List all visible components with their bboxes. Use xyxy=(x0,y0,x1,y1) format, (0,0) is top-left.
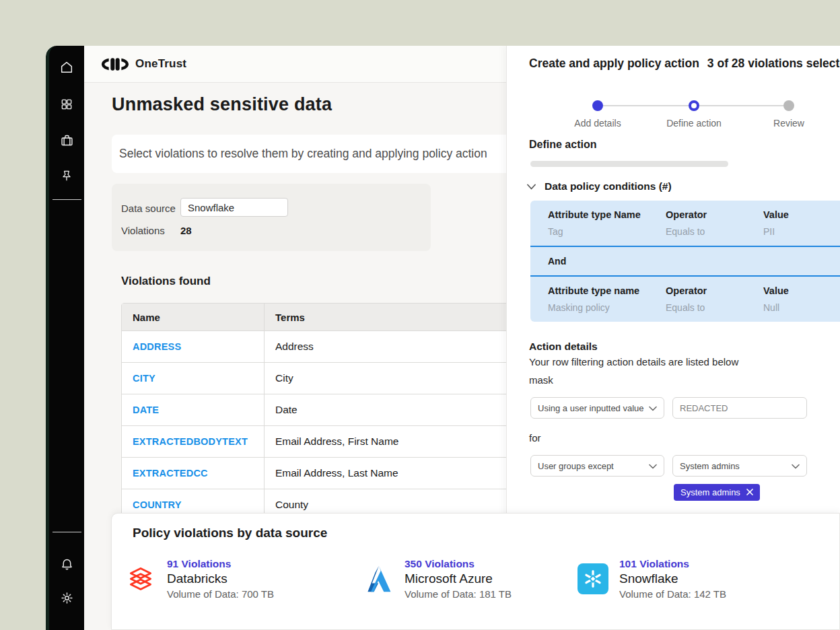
stepper-line xyxy=(699,105,783,106)
condition-value: Null xyxy=(763,302,840,313)
define-action-heading: Define action xyxy=(529,139,596,151)
apps-grid-icon[interactable] xyxy=(59,96,75,112)
for-method-select[interactable]: User groups except xyxy=(530,455,664,477)
data-source-input[interactable] xyxy=(180,198,288,217)
condition-connector: And xyxy=(530,247,840,275)
step-label: Add details xyxy=(551,118,645,129)
violation-name-link[interactable]: DATE xyxy=(133,405,159,415)
source-name: Databricks xyxy=(167,571,274,586)
onetrust-logo-icon xyxy=(102,58,129,71)
panel-title-text: Create and apply policy action xyxy=(529,57,699,70)
violations-count-link[interactable]: 101 Violations xyxy=(619,558,726,570)
condition-value: Equals to xyxy=(666,226,763,237)
for-value-text: System admins xyxy=(680,461,792,471)
condition-header: Attribute type name xyxy=(548,285,666,296)
for-method-value: User groups except xyxy=(538,461,649,471)
action-details-heading: Action details xyxy=(529,341,598,353)
chip-label: System admins xyxy=(680,487,740,497)
policy-violations-card: Policy violations by data source 91 Viol… xyxy=(111,513,840,630)
brand-name: OneTrust xyxy=(135,57,186,71)
data-source-label: Data source xyxy=(121,203,176,214)
stepper-line xyxy=(603,105,689,106)
data-source-entry: 350 Violations Microsoft Azure Volume of… xyxy=(363,558,512,600)
step-label: Review xyxy=(742,118,836,129)
source-volume: Volume of Data: 142 TB xyxy=(619,588,726,600)
chevron-down-icon xyxy=(649,403,657,413)
selection-count: 3 of 28 violations selected xyxy=(707,57,840,70)
chevron-down-icon xyxy=(792,461,800,471)
bell-icon[interactable] xyxy=(59,556,75,572)
condition-row: Attribute type Name Operator Value Tag E… xyxy=(530,201,840,246)
condition-value: Masking policy xyxy=(548,302,666,313)
violation-name-link[interactable]: COUNTRY xyxy=(133,499,182,510)
mask-method-value: Using a user inputted value xyxy=(538,403,649,413)
violation-name-link[interactable]: EXTRACTEDBODYTEXT xyxy=(133,436,248,447)
step-dot-review[interactable] xyxy=(783,100,794,111)
conditions-heading: Data policy conditions (#) xyxy=(545,180,672,193)
nav-sidebar xyxy=(46,46,84,630)
progress-placeholder-bar xyxy=(530,161,728,167)
chevron-down-icon[interactable] xyxy=(527,181,536,192)
violations-count: 28 xyxy=(180,225,192,236)
for-value-select[interactable]: System admins xyxy=(672,455,807,477)
step-label: Define action xyxy=(647,118,741,129)
condition-header: Operator xyxy=(666,285,763,296)
home-icon[interactable] xyxy=(59,59,75,75)
source-volume: Volume of Data: 181 TB xyxy=(405,588,512,600)
violation-name-link[interactable]: ADDRESS xyxy=(133,341,181,352)
condition-value: PII xyxy=(763,226,840,237)
sidebar-divider xyxy=(53,199,81,200)
conditions-collapse-toggle[interactable]: Data policy conditions (#) xyxy=(527,180,672,193)
violations-count-link[interactable]: 91 Violations xyxy=(167,558,274,570)
violation-name-link[interactable]: CITY xyxy=(133,373,155,384)
condition-header: Value xyxy=(763,209,840,220)
source-name: Snowflake xyxy=(619,571,726,586)
pin-icon[interactable] xyxy=(59,168,75,184)
app-window: OneTrust Unmasked sensitive data Select … xyxy=(46,46,840,630)
condition-header: Attribute type Name xyxy=(548,209,666,220)
step-dot-define-action[interactable] xyxy=(689,100,699,111)
data-source-entry: 91 Violations Databricks Volume of Data:… xyxy=(125,558,274,600)
violations-label: Violations xyxy=(121,225,165,236)
source-volume: Volume of Data: 700 TB xyxy=(167,588,274,600)
info-banner: Select violations to resolve them by cre… xyxy=(112,135,548,173)
source-name: Microsoft Azure xyxy=(405,571,512,586)
azure-icon xyxy=(363,563,394,594)
mask-method-select[interactable]: Using a user inputted value xyxy=(530,397,664,419)
action-details-subtext: Your row filtering action details are li… xyxy=(529,356,738,368)
violations-count-link[interactable]: 350 Violations xyxy=(405,558,512,570)
column-header-name: Name xyxy=(122,304,265,330)
mask-value-input[interactable] xyxy=(672,397,807,419)
briefcase-icon[interactable] xyxy=(59,132,75,148)
condition-value: Equals to xyxy=(666,302,763,313)
summary-box: Data source Violations 28 xyxy=(112,184,431,251)
data-source-entry: 101 Violations Snowflake Volume of Data:… xyxy=(578,558,726,600)
violation-name-link[interactable]: EXTRACTEDCC xyxy=(133,468,208,479)
selected-group-chip[interactable]: System admins xyxy=(674,484,760,501)
step-dot-add-details[interactable] xyxy=(592,100,603,111)
conditions-box: Attribute type Name Operator Value Tag E… xyxy=(530,201,840,322)
condition-header: Operator xyxy=(666,209,763,220)
page-title: Unmasked sensitive data xyxy=(112,94,332,115)
chip-remove-icon[interactable] xyxy=(746,487,753,497)
chevron-down-icon xyxy=(649,461,657,471)
panel-title: Create and apply policy action3 of 28 vi… xyxy=(529,57,840,71)
gear-icon[interactable] xyxy=(59,590,75,606)
violations-table-heading: Violations found xyxy=(121,275,211,288)
condition-row: Attribute type name Operator Value Maski… xyxy=(530,277,840,322)
for-label: for xyxy=(529,432,541,444)
policy-violations-heading: Policy violations by data source xyxy=(133,526,327,540)
databricks-icon xyxy=(125,563,156,594)
condition-header: Value xyxy=(763,285,840,296)
sidebar-divider xyxy=(53,532,81,532)
snowflake-icon xyxy=(578,563,608,594)
mask-label: mask xyxy=(529,374,553,386)
condition-value: Tag xyxy=(548,226,666,237)
